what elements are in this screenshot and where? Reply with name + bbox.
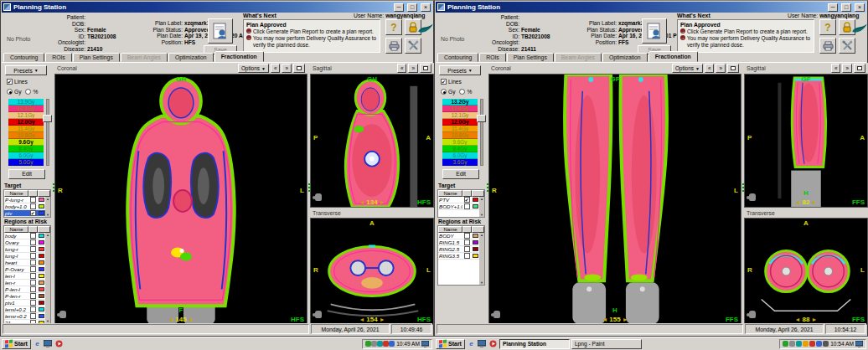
next-slice-arrow[interactable]: ►: [380, 199, 385, 205]
display-tray-icon[interactable]: [377, 341, 383, 347]
close-icon[interactable]: ×: [421, 3, 431, 12]
tab[interactable]: Plan Settings: [507, 53, 554, 62]
lines-checkbox-row[interactable]: Lines: [7, 79, 28, 85]
prev-slice-arrow[interactable]: ◄: [168, 317, 173, 322]
isodose-level[interactable]: 11.4Gy: [442, 126, 478, 132]
isodose-level[interactable]: 9.6Gy: [8, 139, 44, 146]
region-row[interactable]: P-len-r: [4, 293, 45, 300]
region-row[interactable]: lung-r: [4, 246, 45, 253]
gy-radio[interactable]: [441, 89, 447, 95]
next-slice-arrow[interactable]: ►: [189, 317, 194, 322]
region-row[interactable]: body: [4, 233, 45, 239]
sagittal-canvas[interactable]: GF P A H ◄82► FFS: [744, 74, 868, 208]
minimize-icon[interactable]: ─: [828, 3, 838, 12]
tab[interactable]: Beam Angles: [555, 53, 602, 62]
roi-visibility-checkbox[interactable]: [30, 210, 36, 216]
tab[interactable]: ROIs: [479, 53, 505, 62]
next-slice-arrow[interactable]: ►: [380, 317, 385, 322]
prev-slice-arrow[interactable]: ◄: [602, 317, 607, 322]
dose-slider-track[interactable]: [46, 99, 49, 166]
display-settings-icon[interactable]: [855, 341, 863, 347]
tab[interactable]: ROIs: [45, 53, 71, 62]
isodose-level[interactable]: 13.2Gy: [442, 99, 478, 106]
tab[interactable]: Optimization: [602, 53, 648, 62]
prev-view-button[interactable]: «: [271, 64, 281, 73]
regions-scrollbar[interactable]: ▲▼: [45, 233, 50, 323]
next-view-button[interactable]: »: [408, 64, 418, 73]
region-row[interactable]: len-l: [4, 273, 45, 280]
region-row[interactable]: RING1.5: [438, 239, 479, 246]
report-button[interactable]: [208, 18, 233, 44]
isodose-level[interactable]: 6.0Gy: [8, 152, 44, 159]
roi-visibility-checkbox[interactable]: [30, 260, 36, 265]
edit-isodose-button[interactable]: Edit: [442, 169, 479, 179]
roi-visibility-checkbox[interactable]: [30, 280, 36, 286]
media-player-icon[interactable]: [488, 339, 498, 348]
roi-visibility-checkbox[interactable]: [30, 197, 36, 203]
prev-slice-arrow[interactable]: ◄: [359, 199, 364, 205]
tab[interactable]: Beam Angles: [121, 53, 168, 62]
help-button[interactable]: ?: [385, 19, 402, 35]
roi-visibility-checkbox[interactable]: [464, 233, 470, 239]
region-row[interactable]: heart: [4, 260, 45, 266]
next-view-button[interactable]: »: [716, 64, 726, 73]
tab[interactable]: Plan Settings: [73, 53, 120, 62]
roi-visibility-checkbox[interactable]: [30, 233, 36, 239]
roi-visibility-checkbox[interactable]: [30, 266, 36, 272]
percent-radio[interactable]: [459, 89, 465, 95]
target-scrollbar[interactable]: ▲▼: [479, 197, 484, 217]
region-row[interactable]: lensl+0.2: [4, 306, 45, 313]
prev-slice-arrow[interactable]: ◄: [795, 317, 801, 322]
prev-view-button[interactable]: «: [397, 64, 407, 73]
isodose-level[interactable]: 12.0Gy: [442, 119, 478, 126]
maximize-icon[interactable]: □: [841, 3, 851, 12]
prev-slice-arrow[interactable]: ◄: [795, 199, 801, 205]
expand-view-button[interactable]: [727, 64, 739, 73]
isodose-level[interactable]: 12.4Gy: [442, 106, 478, 112]
display-settings-icon[interactable]: [421, 341, 429, 347]
volume-icon[interactable]: [789, 341, 795, 347]
region-row[interactable]: Ovary: [4, 239, 45, 246]
network-status-icon[interactable]: [365, 341, 371, 347]
coronal-canvas[interactable]: GH R L F ◄145► HFS: [54, 74, 307, 325]
roi-visibility-checkbox[interactable]: [464, 203, 470, 209]
next-slice-arrow[interactable]: ►: [623, 317, 628, 322]
network-status-icon[interactable]: [783, 341, 788, 347]
region-row[interactable]: len-r: [4, 280, 45, 286]
roi-visibility-checkbox[interactable]: [30, 253, 36, 259]
dose-slider-track[interactable]: [480, 99, 483, 166]
ie-icon[interactable]: e: [33, 339, 42, 348]
next-slice-arrow[interactable]: ►: [811, 199, 817, 205]
taskbar-task-button[interactable]: Lpng - Paint: [571, 339, 642, 349]
antivirus-icon[interactable]: [383, 341, 389, 347]
roi-visibility-checkbox[interactable]: [30, 273, 36, 279]
roi-visibility-checkbox[interactable]: [464, 239, 470, 245]
regions-scrollbar[interactable]: ▲▼: [479, 233, 484, 285]
messenger-icon[interactable]: [816, 341, 822, 347]
isodose-level[interactable]: 9.6Gy: [442, 139, 478, 146]
start-button[interactable]: Start: [2, 339, 31, 349]
percent-radio[interactable]: [25, 89, 31, 95]
roi-visibility-checkbox[interactable]: [464, 197, 470, 203]
agent-icon[interactable]: [823, 341, 829, 347]
expand-view-button[interactable]: [293, 64, 305, 73]
region-row[interactable]: BODY: [438, 233, 479, 239]
tab[interactable]: Optimization: [168, 53, 214, 62]
expand-view-button[interactable]: [420, 64, 431, 73]
gy-radio[interactable]: [7, 89, 13, 95]
report-button[interactable]: [642, 18, 667, 44]
isodose-level[interactable]: 3.6Gy: [442, 159, 478, 166]
taskbar-task-button[interactable]: Planning Station: [499, 339, 570, 349]
roi-visibility-checkbox[interactable]: [30, 246, 36, 252]
lines-checkbox[interactable]: [441, 79, 447, 85]
roi-visibility-checkbox[interactable]: [464, 246, 470, 252]
target-row[interactable]: P-lung-r: [4, 197, 45, 203]
isodose-level[interactable]: 12.0Gy: [8, 119, 44, 126]
roi-visibility-checkbox[interactable]: [30, 293, 36, 299]
isodose-level[interactable]: 13.1Gy: [8, 106, 44, 112]
antivirus-icon[interactable]: [809, 341, 815, 347]
region-row[interactable]: RING3.5: [438, 253, 479, 260]
roi-visibility-checkbox[interactable]: [30, 306, 36, 312]
region-row[interactable]: ptv1: [4, 300, 45, 306]
dose-slider-thumb[interactable]: [43, 115, 52, 122]
